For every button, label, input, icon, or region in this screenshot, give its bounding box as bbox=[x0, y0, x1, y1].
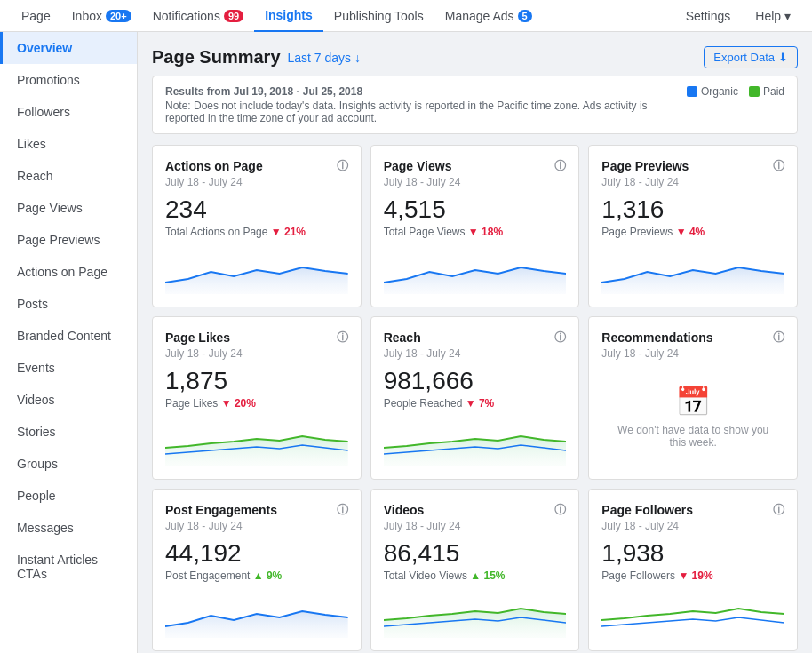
svg-marker-4 bbox=[384, 436, 567, 466]
sidebar-item-messages[interactable]: Messages bbox=[0, 512, 137, 544]
card-value: 44,192 bbox=[165, 539, 348, 568]
sidebar-item-reach[interactable]: Reach bbox=[0, 160, 137, 192]
nav-item-help[interactable]: Help ▾ bbox=[744, 0, 801, 32]
card-subtitle: Page Likes ▼ 20% bbox=[165, 397, 348, 410]
info-icon[interactable]: ⓘ bbox=[337, 158, 348, 174]
sidebar-item-branded-content[interactable]: Branded Content bbox=[0, 320, 137, 352]
card-reach: ReachⓘJuly 18 - July 24981,666People Rea… bbox=[370, 316, 580, 480]
export-button[interactable]: Export Data ⬇ bbox=[704, 46, 798, 68]
mini-chart bbox=[165, 417, 348, 466]
sidebar-item-stories[interactable]: Stories bbox=[0, 416, 137, 448]
card-period: July 18 - July 24 bbox=[601, 520, 784, 532]
sidebar-item-groups[interactable]: Groups bbox=[0, 448, 137, 480]
mini-chart bbox=[165, 589, 348, 638]
nav-item-inbox[interactable]: Inbox20+ bbox=[61, 0, 142, 32]
card-value: 1,875 bbox=[165, 367, 348, 395]
nav-item-notifications[interactable]: Notifications99 bbox=[142, 0, 255, 32]
svg-marker-6 bbox=[384, 609, 567, 638]
card-page-followers: Page FollowersⓘJuly 18 - July 241,938Pag… bbox=[588, 489, 798, 651]
date-range-text: Results from Jul 19, 2018 - Jul 25, 2018 bbox=[165, 85, 673, 98]
card-period: July 18 - July 24 bbox=[165, 347, 348, 360]
nav-item-manage-ads[interactable]: Manage Ads5 bbox=[434, 0, 543, 32]
top-nav: PageInbox20+Notifications99InsightsPubli… bbox=[0, 0, 812, 32]
sidebar-item-events[interactable]: Events bbox=[0, 352, 137, 384]
card-title-text: Page Likes bbox=[165, 330, 230, 345]
nav-item-insights[interactable]: Insights bbox=[254, 0, 323, 32]
cards-grid: Actions on PageⓘJuly 18 - July 24234Tota… bbox=[152, 145, 798, 651]
no-data-message: 📅We don't have data to show you this wee… bbox=[601, 367, 784, 466]
card-period: July 18 - July 24 bbox=[384, 347, 567, 360]
info-icon[interactable]: ⓘ bbox=[554, 330, 566, 346]
sidebar-item-page-previews[interactable]: Page Previews bbox=[0, 224, 137, 256]
svg-marker-2 bbox=[601, 267, 784, 294]
nav-item-publishing-tools[interactable]: Publishing Tools bbox=[323, 0, 434, 32]
sidebar-item-posts[interactable]: Posts bbox=[0, 288, 137, 320]
card-period: July 18 - July 24 bbox=[165, 520, 348, 532]
card-subtitle: Page Followers ▼ 19% bbox=[601, 569, 784, 582]
info-icon[interactable]: ⓘ bbox=[773, 502, 784, 518]
card-title-text: Recommendations bbox=[601, 330, 712, 345]
sidebar-item-actions-on-page[interactable]: Actions on Page bbox=[0, 256, 137, 288]
svg-marker-3 bbox=[165, 436, 348, 466]
card-title-text: Actions on Page bbox=[165, 159, 263, 173]
sidebar-item-promotions[interactable]: Promotions bbox=[0, 64, 137, 96]
info-icon[interactable]: ⓘ bbox=[554, 502, 566, 518]
sidebar-item-page-views[interactable]: Page Views bbox=[0, 192, 137, 224]
card-value: 234 bbox=[165, 195, 348, 224]
info-note: Note: Does not include today's data. Ins… bbox=[165, 100, 673, 124]
legend-item-organic: Organic bbox=[687, 85, 738, 98]
card-period: July 18 - July 24 bbox=[165, 176, 348, 188]
card-period: July 18 - July 24 bbox=[384, 520, 567, 532]
card-title-text: Videos bbox=[384, 503, 425, 517]
nav-item-page[interactable]: Page bbox=[11, 0, 61, 32]
card-title-text: Reach bbox=[384, 330, 421, 345]
sidebar-item-overview[interactable]: Overview bbox=[0, 32, 137, 64]
card-title-text: Page Previews bbox=[601, 159, 689, 173]
sidebar-item-followers[interactable]: Followers bbox=[0, 96, 137, 128]
card-value: 86,415 bbox=[384, 539, 567, 568]
card-value: 981,666 bbox=[384, 367, 567, 395]
card-actions-on-page: Actions on PageⓘJuly 18 - July 24234Tota… bbox=[152, 145, 362, 307]
card-subtitle: Post Engagement ▲ 9% bbox=[165, 569, 348, 582]
info-bar: Results from Jul 19, 2018 - Jul 25, 2018… bbox=[152, 76, 798, 134]
card-value: 4,515 bbox=[384, 195, 567, 224]
info-icon[interactable]: ⓘ bbox=[554, 158, 566, 174]
sidebar-item-videos[interactable]: Videos bbox=[0, 384, 137, 416]
card-subtitle: Total Page Views ▼ 18% bbox=[384, 226, 567, 238]
card-period: July 18 - July 24 bbox=[384, 176, 567, 188]
card-subtitle: Total Video Views ▲ 15% bbox=[384, 569, 567, 582]
card-subtitle: People Reached ▼ 7% bbox=[384, 397, 567, 410]
card-subtitle: Page Previews ▼ 4% bbox=[601, 226, 784, 238]
card-videos: VideosⓘJuly 18 - July 2486,415Total Vide… bbox=[370, 489, 580, 651]
sidebar-item-people[interactable]: People bbox=[0, 480, 137, 512]
info-icon[interactable]: ⓘ bbox=[773, 158, 784, 174]
card-period: July 18 - July 24 bbox=[601, 176, 784, 188]
nav-item-settings[interactable]: Settings bbox=[675, 0, 742, 32]
card-page-likes: Page LikesⓘJuly 18 - July 241,875Page Li… bbox=[152, 316, 362, 480]
card-page-views: Page ViewsⓘJuly 18 - July 244,515Total P… bbox=[370, 145, 580, 307]
info-icon[interactable]: ⓘ bbox=[773, 330, 784, 346]
info-icon[interactable]: ⓘ bbox=[337, 330, 348, 346]
main-content: Page Summary Last 7 days ↓ Export Data ⬇… bbox=[138, 32, 812, 653]
mini-chart bbox=[601, 245, 784, 294]
calendar-icon: 📅 bbox=[610, 385, 776, 418]
sidebar-item-instant-articles[interactable]: Instant Articles CTAs bbox=[0, 544, 137, 590]
sidebar-item-likes[interactable]: Likes bbox=[0, 128, 137, 160]
mini-chart bbox=[384, 417, 567, 466]
card-title-text: Page Followers bbox=[601, 503, 693, 517]
card-recommendations: RecommendationsⓘJuly 18 - July 24📅We don… bbox=[588, 316, 798, 480]
card-page-previews: Page PreviewsⓘJuly 18 - July 241,316Page… bbox=[588, 145, 798, 307]
svg-marker-0 bbox=[165, 267, 348, 294]
card-title-text: Post Engagements bbox=[165, 503, 277, 517]
period-selector[interactable]: Last 7 days ↓ bbox=[288, 51, 362, 65]
card-subtitle: Total Actions on Page ▼ 21% bbox=[165, 226, 348, 238]
card-title-text: Page Views bbox=[384, 159, 452, 173]
card-post-engagements: Post EngagementsⓘJuly 18 - July 2444,192… bbox=[152, 489, 362, 651]
card-value: 1,316 bbox=[601, 195, 784, 224]
page-title: Page Summary bbox=[152, 47, 281, 68]
mini-chart bbox=[384, 245, 567, 294]
svg-marker-5 bbox=[165, 611, 348, 638]
sidebar: OverviewPromotionsFollowersLikesReachPag… bbox=[0, 32, 138, 653]
info-icon[interactable]: ⓘ bbox=[337, 502, 348, 518]
chart-legend: OrganicPaid bbox=[687, 85, 784, 98]
